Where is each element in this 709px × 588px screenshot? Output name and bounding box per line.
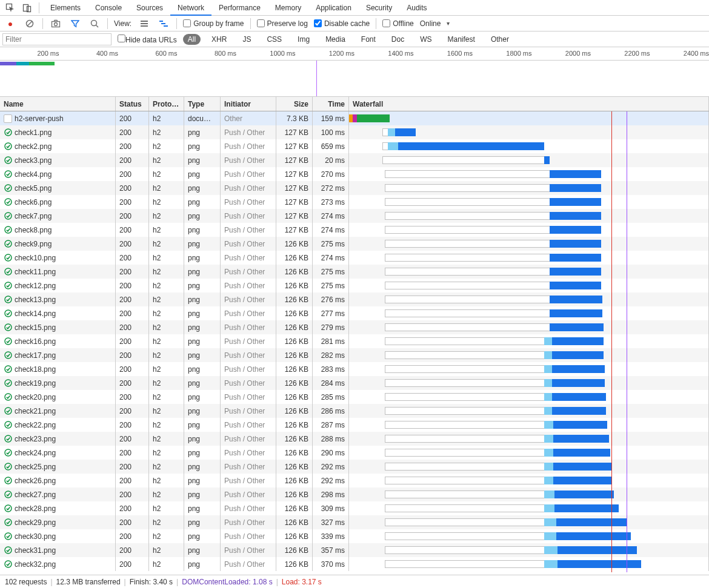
network-row[interactable]: check27.png200h2pngPush / Other126 KB298… xyxy=(0,487,709,501)
cell-proto: h2 xyxy=(149,404,184,418)
network-row[interactable]: check29.png200h2pngPush / Other126 KB327… xyxy=(0,515,709,529)
timeline-overview[interactable] xyxy=(0,61,709,97)
large-rows-icon[interactable] xyxy=(138,17,151,30)
network-grid-header[interactable]: Name Status Proto… Type Initiator Size T… xyxy=(0,97,709,111)
network-row[interactable]: check11.png200h2pngPush / Other126 KB275… xyxy=(0,265,709,279)
record-button[interactable]: ● xyxy=(4,17,17,30)
network-row[interactable]: check15.png200h2pngPush / Other126 KB279… xyxy=(0,320,709,334)
network-row[interactable]: check8.png200h2pngPush / Other127 KB274 … xyxy=(0,223,709,237)
network-row[interactable]: check3.png200h2pngPush / Other127 KB20 m… xyxy=(0,153,709,167)
tab-sources[interactable]: Sources xyxy=(129,0,170,16)
tab-elements[interactable]: Elements xyxy=(43,0,88,16)
waterfall-view-icon[interactable] xyxy=(157,17,170,30)
svg-point-29 xyxy=(5,324,12,331)
disable-cache-checkbox[interactable]: Disable cache xyxy=(314,19,370,28)
request-name: check5.png xyxy=(15,184,52,193)
network-row[interactable]: check2.png200h2pngPush / Other127 KB659 … xyxy=(0,139,709,153)
network-row[interactable]: check25.png200h2pngPush / Other126 KB292… xyxy=(0,460,709,474)
device-toggle-icon[interactable] xyxy=(19,1,35,15)
image-icon xyxy=(4,379,12,388)
filter-type-xhr[interactable]: XHR xyxy=(207,34,231,45)
network-row[interactable]: check31.png200h2pngPush / Other126 KB357… xyxy=(0,543,709,557)
network-row[interactable]: check14.png200h2pngPush / Other126 KB277… xyxy=(0,306,709,320)
image-icon xyxy=(4,170,12,179)
cell-initiator: Push / Other xyxy=(221,279,276,292)
network-row[interactable]: check6.png200h2pngPush / Other127 KB273 … xyxy=(0,195,709,209)
request-name: check31.png xyxy=(15,546,56,555)
network-row[interactable]: h2-server-push200h2docu…Other7.3 KB159 m… xyxy=(0,111,709,125)
image-icon xyxy=(4,449,12,457)
network-row[interactable]: check12.png200h2pngPush / Other126 KB275… xyxy=(0,279,709,292)
filter-type-js[interactable]: JS xyxy=(238,34,256,45)
cell-size: 126 KB xyxy=(276,487,313,501)
cell-status: 200 xyxy=(116,153,149,167)
cell-type: png xyxy=(184,432,221,446)
tab-network[interactable]: Network xyxy=(170,0,211,16)
inspect-element-icon[interactable] xyxy=(2,1,18,15)
network-row[interactable]: check7.png200h2pngPush / Other127 KB274 … xyxy=(0,209,709,223)
offline-checkbox[interactable]: Offline xyxy=(382,19,413,28)
tab-console[interactable]: Console xyxy=(88,0,129,16)
network-row[interactable]: check9.png200h2pngPush / Other126 KB275 … xyxy=(0,237,709,251)
network-row[interactable]: check28.png200h2pngPush / Other126 KB309… xyxy=(0,501,709,515)
filter-type-doc[interactable]: Doc xyxy=(387,34,409,45)
throttling-select[interactable]: Online xyxy=(420,19,450,28)
network-row[interactable]: check5.png200h2pngPush / Other127 KB272 … xyxy=(0,181,709,195)
network-row[interactable]: check16.png200h2pngPush / Other126 KB281… xyxy=(0,334,709,348)
network-row[interactable]: check23.png200h2pngPush / Other126 KB288… xyxy=(0,432,709,446)
filter-type-img[interactable]: Img xyxy=(293,34,315,45)
cell-size: 127 KB xyxy=(276,195,313,209)
cell-type: png xyxy=(184,334,221,348)
network-row[interactable]: check4.png200h2pngPush / Other127 KB270 … xyxy=(0,167,709,181)
tab-performance[interactable]: Performance xyxy=(211,0,268,16)
cell-status: 200 xyxy=(116,515,149,529)
hide-data-urls-checkbox[interactable]: Hide data URLs xyxy=(118,35,177,44)
filter-type-css[interactable]: CSS xyxy=(262,34,287,45)
tab-audits[interactable]: Audits xyxy=(399,0,434,16)
network-row[interactable]: check22.png200h2pngPush / Other126 KB287… xyxy=(0,418,709,432)
cell-status: 200 xyxy=(116,460,149,474)
network-row[interactable]: check30.png200h2pngPush / Other126 KB339… xyxy=(0,529,709,543)
filter-type-manifest[interactable]: Manifest xyxy=(443,34,480,45)
search-icon[interactable] xyxy=(88,17,101,30)
cell-time: 285 ms xyxy=(313,390,349,404)
network-row[interactable]: check24.png200h2pngPush / Other126 KB290… xyxy=(0,446,709,460)
cell-time: 284 ms xyxy=(313,376,349,390)
network-row[interactable]: check19.png200h2pngPush / Other126 KB284… xyxy=(0,376,709,390)
network-row[interactable]: check18.png200h2pngPush / Other126 KB283… xyxy=(0,362,709,376)
capture-screenshots-icon[interactable] xyxy=(49,17,62,30)
svg-rect-12 xyxy=(159,21,163,22)
tab-memory[interactable]: Memory xyxy=(268,0,308,16)
network-row[interactable]: check21.png200h2pngPush / Other126 KB286… xyxy=(0,404,709,418)
cell-initiator: Push / Other xyxy=(221,362,276,376)
network-row[interactable]: check13.png200h2pngPush / Other126 KB276… xyxy=(0,292,709,306)
filter-icon[interactable] xyxy=(68,17,82,30)
network-row[interactable]: check20.png200h2pngPush / Other126 KB285… xyxy=(0,390,709,404)
cell-size: 126 KB xyxy=(276,474,313,487)
filter-type-media[interactable]: Media xyxy=(321,34,350,45)
filter-type-all[interactable]: All xyxy=(183,34,201,45)
tab-application[interactable]: Application xyxy=(308,0,359,16)
filter-input[interactable] xyxy=(2,33,112,45)
tab-security[interactable]: Security xyxy=(359,0,399,16)
cell-type: png xyxy=(184,460,221,474)
group-by-frame-checkbox[interactable]: Group by frame xyxy=(183,19,244,28)
filter-type-font[interactable]: Font xyxy=(356,34,381,45)
cell-size: 127 KB xyxy=(276,209,313,223)
network-row[interactable]: check10.png200h2pngPush / Other126 KB274… xyxy=(0,251,709,265)
cell-waterfall xyxy=(349,474,709,487)
cell-waterfall xyxy=(349,404,709,418)
cell-time: 273 ms xyxy=(313,195,349,209)
filter-type-other[interactable]: Other xyxy=(486,34,514,45)
network-row[interactable]: check26.png200h2pngPush / Other126 KB292… xyxy=(0,474,709,487)
network-row[interactable]: check17.png200h2pngPush / Other126 KB282… xyxy=(0,348,709,362)
timeline-ruler[interactable]: 200 ms400 ms600 ms800 ms1000 ms1200 ms14… xyxy=(0,47,709,61)
network-row[interactable]: check1.png200h2pngPush / Other127 KB100 … xyxy=(0,125,709,139)
preserve-log-checkbox[interactable]: Preserve log xyxy=(257,19,308,28)
ruler-tick: 2000 ms xyxy=(565,50,591,57)
clear-button[interactable] xyxy=(23,17,36,30)
image-icon xyxy=(4,156,12,165)
network-row[interactable]: check32.png200h2pngPush / Other126 KB370… xyxy=(0,557,709,571)
filter-type-ws[interactable]: WS xyxy=(415,34,436,45)
image-icon xyxy=(4,198,12,206)
